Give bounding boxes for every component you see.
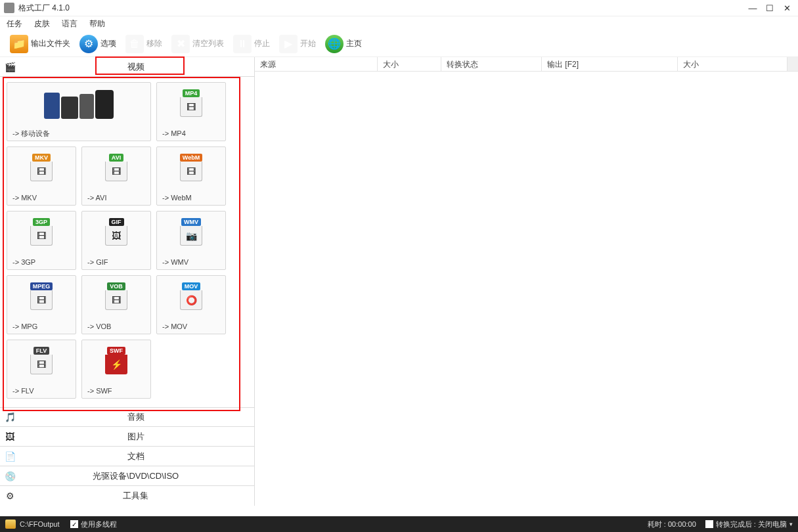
- format-grid-area: -> 移动设备MP4🎞-> MP4MKV🎞-> MKVAVI🎞-> AVIWeb…: [0, 77, 254, 407]
- category-picture[interactable]: 🖼 图片: [0, 427, 254, 447]
- after-dropdown-icon[interactable]: ▾: [789, 521, 793, 527]
- format-tile-label: -> GIF: [82, 255, 150, 269]
- format-tile-wmv[interactable]: WMV📷-> WMV: [156, 211, 226, 270]
- format-tile-label: -> MKV: [7, 190, 76, 205]
- category-tools-label: 工具集: [17, 490, 254, 502]
- format-tile-label: -> 3GP: [7, 255, 76, 269]
- format-tile-3gp[interactable]: 3GP🎞-> 3GP: [7, 211, 76, 270]
- audio-icon: 🎵: [3, 410, 17, 424]
- format-icon: [7, 83, 150, 126]
- format-tile-label: -> MOV: [157, 319, 225, 334]
- format-tile-avi[interactable]: AVI🎞-> AVI: [81, 146, 151, 206]
- format-tile-mp4[interactable]: MP4🎞-> MP4: [156, 82, 226, 141]
- format-icon: MKV🎞: [7, 147, 76, 190]
- category-audio[interactable]: 🎵 音频: [0, 407, 254, 427]
- remove-button[interactable]: 🗑 移除: [122, 33, 166, 55]
- clear-icon: ✖: [171, 35, 190, 53]
- menu-language[interactable]: 语言: [62, 18, 78, 30]
- clear-list-label: 清空列表: [192, 38, 224, 49]
- col-source[interactable]: 来源: [255, 57, 378, 71]
- menu-skin[interactable]: 皮肤: [34, 18, 50, 30]
- col-size[interactable]: 大小: [378, 57, 441, 71]
- close-button[interactable]: ✕: [782, 3, 791, 12]
- app-icon: [4, 3, 14, 13]
- video-icon: 🎬: [3, 60, 17, 74]
- toolbar: 📁 输出文件夹 ⚙ 选项 🗑 移除 ✖ 清空列表 ⏸ 停止 ▶ 开始 🌐 主页: [0, 31, 798, 57]
- clear-list-button[interactable]: ✖ 清空列表: [168, 33, 227, 55]
- category-tools[interactable]: ⚙ 工具集: [0, 486, 254, 506]
- output-folder-button[interactable]: 📁 输出文件夹: [7, 33, 74, 55]
- col-status[interactable]: 转换状态: [441, 57, 542, 71]
- after-checkbox[interactable]: [705, 520, 713, 528]
- list-header: 来源 大小 转换状态 输出 [F2] 大小: [255, 57, 798, 72]
- menu-help[interactable]: 帮助: [89, 18, 105, 30]
- format-tile-gif[interactable]: GIF🖼-> GIF: [81, 211, 151, 270]
- left-panel: 🎬 视频 -> 移动设备MP4🎞-> MP4MKV🎞-> MKVAVI🎞-> A…: [0, 57, 255, 506]
- format-tile-label: -> SWF: [82, 384, 150, 398]
- stop-button[interactable]: ⏸ 停止: [230, 33, 273, 55]
- format-tile-label: -> WebM: [157, 190, 225, 205]
- category-picture-label: 图片: [17, 431, 254, 443]
- category-video-header[interactable]: 🎬 视频: [0, 57, 254, 77]
- format-icon: FLV🎞: [7, 340, 76, 384]
- category-disc[interactable]: 💿 光驱设备\DVD\CD\ISO: [0, 466, 254, 486]
- format-icon: WMV📷: [157, 211, 225, 255]
- after-value[interactable]: 关闭电脑: [758, 520, 787, 529]
- col-out-size[interactable]: 大小: [678, 57, 787, 71]
- format-icon: WebM🎞: [157, 147, 225, 190]
- format-tile-label: -> MPG: [7, 319, 76, 334]
- format-icon: GIF🖼: [82, 211, 150, 255]
- output-folder-label: 输出文件夹: [31, 38, 70, 49]
- status-bar: C:\FFOutput ✓ 使用多线程 耗时 : 00:00:00 转换完成后 …: [0, 516, 798, 532]
- status-output-path[interactable]: C:\FFOutput: [20, 520, 60, 528]
- remove-icon: 🗑: [125, 35, 144, 53]
- maximize-button[interactable]: ☐: [765, 3, 774, 12]
- start-label: 开始: [300, 38, 316, 49]
- format-grid: -> 移动设备MP4🎞-> MP4MKV🎞-> MKVAVI🎞-> AVIWeb…: [7, 82, 249, 399]
- format-tile-mov[interactable]: MOV⭕-> MOV: [156, 275, 226, 334]
- stop-icon: ⏸: [233, 35, 252, 53]
- menu-tasks[interactable]: 任务: [7, 18, 22, 30]
- remove-label: 移除: [146, 38, 162, 49]
- category-document[interactable]: 📄 文档: [0, 447, 254, 466]
- start-icon: ▶: [279, 35, 298, 53]
- title-bar: 格式工厂 4.1.0 — ☐ ✕: [0, 0, 798, 16]
- format-tile-flv[interactable]: FLV🎞-> FLV: [7, 340, 76, 399]
- format-tile-label: -> WMV: [157, 255, 225, 269]
- right-panel: 来源 大小 转换状态 输出 [F2] 大小: [255, 57, 798, 506]
- options-label: 选项: [100, 38, 116, 49]
- format-icon: VOB🎞: [82, 276, 150, 319]
- format-tile-mobile[interactable]: -> 移动设备: [7, 82, 151, 141]
- format-icon: MP4🎞: [157, 83, 225, 126]
- format-tile-vob[interactable]: VOB🎞-> VOB: [81, 275, 151, 334]
- format-tile-mpeg[interactable]: MPEG🎞-> MPG: [7, 275, 76, 334]
- multithread-checkbox[interactable]: ✓: [70, 520, 78, 528]
- format-tile-label: -> FLV: [7, 384, 76, 398]
- multithread-label: 使用多线程: [81, 520, 117, 529]
- category-disc-label: 光驱设备\DVD\CD\ISO: [17, 470, 254, 482]
- format-icon: MOV⭕: [157, 276, 225, 319]
- category-document-label: 文档: [17, 451, 254, 462]
- disc-icon: 💿: [3, 470, 17, 483]
- options-button[interactable]: ⚙ 选项: [76, 33, 120, 55]
- format-icon: AVI🎞: [82, 147, 150, 190]
- category-video-label: 视频: [17, 61, 254, 73]
- picture-icon: 🖼: [3, 430, 17, 443]
- folder-icon: 📁: [10, 35, 28, 53]
- document-icon: 📄: [3, 450, 17, 463]
- elapsed-value: 00:00:00: [668, 520, 696, 528]
- format-tile-webm[interactable]: WebM🎞-> WebM: [156, 146, 226, 206]
- format-icon: 3GP🎞: [7, 211, 76, 255]
- list-scrollbar[interactable]: [787, 57, 798, 71]
- status-folder-icon[interactable]: [5, 520, 16, 529]
- format-tile-mkv[interactable]: MKV🎞-> MKV: [7, 146, 76, 206]
- format-tile-swf[interactable]: SWF⚡-> SWF: [81, 340, 151, 399]
- main-area: 🎬 视频 -> 移动设备MP4🎞-> MP4MKV🎞-> MKVAVI🎞-> A…: [0, 57, 798, 506]
- format-icon: SWF⚡: [82, 340, 150, 384]
- format-icon: MPEG🎞: [7, 276, 76, 319]
- options-icon: ⚙: [79, 35, 98, 53]
- minimize-button[interactable]: —: [748, 3, 757, 12]
- start-button[interactable]: ▶ 开始: [276, 33, 319, 55]
- home-button[interactable]: 🌐 主页: [322, 33, 365, 55]
- col-output[interactable]: 输出 [F2]: [542, 57, 678, 71]
